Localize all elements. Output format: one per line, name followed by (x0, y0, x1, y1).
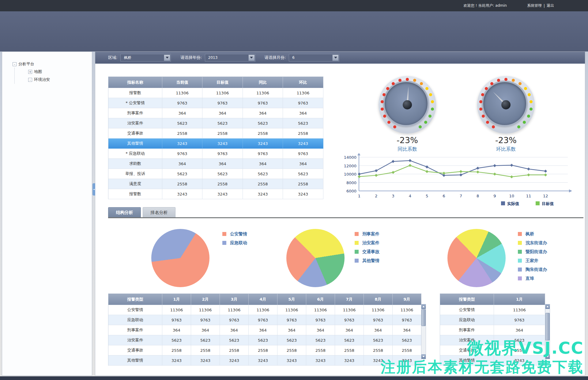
column-header: 8月 (364, 294, 393, 305)
scrollbar[interactable] (545, 304, 550, 359)
tree-node-environment-security[interactable]: - 环境治安 (28, 76, 92, 84)
scroll-up-icon[interactable] (421, 304, 426, 309)
analysis-tabs: 结构分析 排名分析 (108, 207, 176, 217)
table-row[interactable]: 治安案件5623562356235623 (108, 118, 323, 128)
scroll-up-icon[interactable] (545, 304, 550, 309)
table-cell: 3243 (202, 139, 243, 149)
gauge-scale-dot (429, 93, 432, 96)
gauge-scale-dot (431, 108, 434, 111)
table-cell: 9763 (494, 315, 545, 325)
table-row[interactable]: * 公安警情9763976397639763 (108, 98, 323, 108)
tree-node-map[interactable]: + 地图 (28, 68, 92, 76)
table-row[interactable]: 交通事故255825582558255825582558255825582558 (108, 345, 421, 355)
table-row[interactable]: 治安案件5623 (440, 335, 545, 345)
gauge-scale-dot (527, 115, 530, 118)
legend-label: 其他警情 (362, 258, 379, 264)
table-row[interactable]: 治安案件562356235623562356235623562356235623 (108, 335, 421, 345)
tree-node-analysis-platform[interactable]: - 分析平台 (13, 60, 92, 68)
table-row[interactable]: 刑事案件364364364364364364364364364 (108, 325, 421, 335)
scrollbar[interactable] (421, 304, 426, 359)
tab-ranking-analysis[interactable]: 排名分析 (143, 207, 175, 217)
table-cell: 2558 (335, 345, 364, 355)
month-dropdown[interactable]: 6 (289, 54, 339, 62)
legend-item: 刑事案件 (355, 230, 379, 238)
table-cell: 11306 (283, 88, 323, 98)
table-cell: 11306 (277, 305, 306, 315)
scroll-down-icon[interactable] (421, 354, 426, 359)
gauge-scale-dot (413, 79, 416, 82)
logout-link[interactable]: 退出 (547, 3, 554, 8)
table-cell: * 公安警情 (108, 98, 162, 108)
table-row[interactable]: 其他警情324332433243324332433243324332433243 (108, 355, 421, 366)
year-dropdown[interactable]: 2013 (205, 54, 255, 62)
pie-legend: 枫桥浣东街道办暨阳街道办王家井陶朱街道办直埠 (518, 230, 547, 283)
chevron-down-icon[interactable] (164, 55, 170, 61)
welcome-user-text: 欢迎您！当前用户: admin (463, 3, 507, 8)
svg-text:12000: 12000 (344, 164, 356, 168)
pie-chart-alarm-structure (151, 229, 209, 287)
legend-label: 枫桥 (526, 231, 534, 237)
single-month-table: 报警类型1月公安警情11306应急联动9763刑事案件364治安案件5623交通… (440, 294, 545, 366)
table-row[interactable]: 公安警情11306 (440, 305, 545, 315)
chevron-down-icon[interactable] (332, 55, 339, 61)
table-row[interactable]: 交通事故2558255825582558 (108, 128, 323, 139)
table-cell: 5623 (162, 169, 202, 179)
table-row[interactable]: 刑事案件364364364364 (108, 108, 323, 118)
table-cell: 11306 (393, 305, 421, 315)
table-cell: 治安案件 (108, 335, 162, 345)
table-row[interactable]: 交通事故2558 (440, 345, 545, 355)
collapse-expander-icon[interactable]: - (13, 62, 17, 66)
gauge-scale-dot (381, 108, 384, 111)
table-row[interactable]: 公安警情113061130611306113061130611306113061… (108, 305, 421, 315)
table-cell: 满意度 (108, 179, 162, 189)
legend-label: 治安案件 (362, 240, 379, 246)
table-cell: 3243 (283, 139, 323, 149)
table-row[interactable]: 其他警情3243 (440, 355, 545, 366)
table-row[interactable]: 满意度2558255825582558 (108, 179, 323, 189)
table-row[interactable]: 报警数11306113061130611306 (108, 88, 323, 98)
scrollbar-thumb[interactable] (545, 313, 550, 340)
legend-label: 公安警情 (230, 231, 247, 237)
table-cell: 9763 (202, 98, 243, 108)
legend-item: 浣东街道办 (518, 238, 547, 247)
table-cell: * 应急联动 (108, 149, 162, 159)
indicator-table: 指标名称当前值目标值同比环比报警数11306113061130611306* 公… (108, 77, 323, 199)
svg-text:目标值: 目标值 (542, 201, 554, 206)
table-row[interactable]: 其他警情3243324332433243 (108, 139, 323, 149)
table-cell: 交通事故 (440, 345, 494, 355)
table-row[interactable]: 应急联动9763 (440, 315, 545, 325)
table-row[interactable]: 刑事案件364 (440, 325, 545, 335)
svg-text:2: 2 (375, 194, 377, 198)
gauge-scale-dot (524, 87, 527, 90)
month-table: 报警类型1月2月3月4月5月6月7月8月9月公安警情11306113061130… (108, 294, 426, 366)
svg-text:8000: 8000 (346, 180, 356, 185)
tab-structure-analysis[interactable]: 结构分析 (108, 207, 141, 217)
month-table-container: 报警类型1月2月3月4月5月6月7月8月9月公安警情11306113061130… (108, 294, 426, 366)
table-row[interactable]: 报警数3243324332433243 (108, 189, 323, 199)
table-cell: 9763 (283, 98, 323, 108)
svg-text:6: 6 (443, 194, 445, 198)
sidebar-collapse-handle[interactable]: ◄ (92, 183, 95, 196)
table-cell: 364 (243, 159, 283, 169)
month-table: 报警类型1月2月3月4月5月6月7月8月9月公安警情11306113061130… (108, 294, 421, 366)
svg-text:1: 1 (358, 194, 360, 198)
scroll-down-icon[interactable] (545, 354, 550, 359)
table-row[interactable]: 举报、投诉5623562356235623 (108, 169, 323, 179)
expand-expander-icon[interactable]: + (28, 70, 32, 74)
table-cell: 治安案件 (108, 118, 162, 128)
gauge-caption: 环比系数 (475, 146, 537, 153)
region-dropdown[interactable]: 枫桥 (120, 54, 171, 62)
legend-swatch (222, 241, 226, 245)
table-row[interactable]: 求助数364364364364 (108, 159, 323, 169)
system-admin-link[interactable]: 系统管理 (527, 3, 542, 8)
chevron-down-icon[interactable] (248, 55, 255, 61)
table-cell: 9763 (335, 315, 364, 325)
table-cell: 5623 (306, 335, 335, 345)
table-row[interactable]: 应急联动976397639763976397639763976397639763 (108, 315, 421, 325)
collapse-expander-icon[interactable]: - (28, 78, 32, 82)
svg-text:11: 11 (526, 194, 531, 198)
scrollbar-thumb[interactable] (421, 309, 426, 326)
table-cell: 3243 (243, 189, 283, 199)
table-row[interactable]: * 应急联动9763976397639763 (108, 149, 323, 159)
legend-label: 陶朱街道办 (526, 267, 547, 272)
